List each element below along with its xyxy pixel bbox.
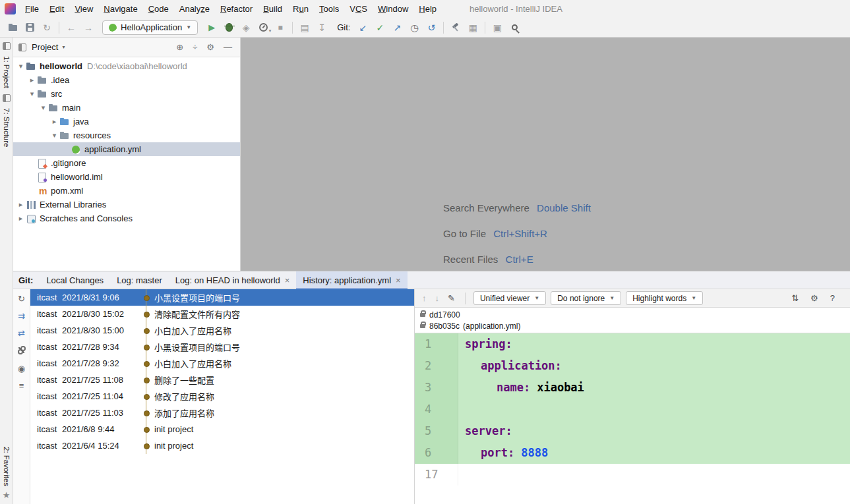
tree-node-label[interactable]: resources [73, 130, 111, 140]
project-settings-gear-icon[interactable]: ⚙ [204, 42, 217, 52]
tree-arrow-icon[interactable] [49, 117, 59, 126]
tree-node-label[interactable]: .gitignore [51, 158, 86, 168]
commit-row[interactable]: itcast 2021/8/31 9:06 小黑设置项目的端口号 [30, 289, 414, 306]
vcs-tab[interactable]: Log: master × [110, 271, 169, 289]
run-button[interactable]: ▶ [203, 20, 220, 36]
commit-row[interactable]: itcast 2021/7/28 9:32 小白加入了应用名称 [30, 355, 414, 372]
locate-file-icon[interactable]: ⊕ [173, 42, 186, 52]
tree-row[interactable]: java [13, 115, 240, 128]
search-everywhere-icon[interactable] [506, 20, 523, 36]
stop-button[interactable]: ■ [272, 20, 289, 36]
commit-row[interactable]: itcast 2021/8/30 15:02 清除配置文件所有内容 [30, 306, 414, 322]
structure-stripe-icon[interactable] [3, 94, 11, 102]
code-line[interactable]: 6 port:8888 [415, 442, 850, 464]
menu-item[interactable]: View [69, 0, 98, 18]
menu-item[interactable]: Navigate [98, 0, 142, 18]
diff-settings-gear-icon[interactable]: ⚙ [808, 293, 820, 303]
menu-item[interactable]: Run [288, 0, 314, 18]
vcs-tab[interactable]: Log: on HEAD in helloworld × [169, 271, 297, 289]
tree-node-label[interactable]: java [73, 117, 89, 126]
previous-difference-icon[interactable]: ↑ [420, 293, 429, 303]
refresh-icon[interactable]: ↻ [18, 294, 25, 303]
code-line[interactable]: 4 [415, 399, 850, 420]
tree-arrow-icon[interactable] [27, 76, 37, 84]
collapse-unchanged-icon[interactable]: ⇅ [789, 293, 801, 303]
rollback-icon[interactable]: ↺ [423, 20, 440, 36]
commit-row[interactable]: itcast 2021/6/8 9:44 init project [30, 421, 414, 437]
code-line[interactable]: 5 server: [415, 420, 850, 442]
tree-node-label[interactable]: application.yml [84, 144, 141, 154]
ignore-whitespace-select[interactable]: Do not ignore▼ [551, 291, 621, 305]
commit-icon[interactable]: ✓ [371, 20, 388, 36]
update-project-icon[interactable]: ↙ [354, 20, 371, 36]
tree-node-label[interactable]: pom.xml [51, 186, 83, 196]
menu-item[interactable]: Help [413, 0, 442, 18]
find-icon[interactable]: ▤ [296, 20, 313, 36]
tree-node-label[interactable]: helloworld.iml [51, 172, 103, 182]
stripe-structure-button[interactable]: 7: Structure [3, 108, 11, 147]
cherry-pick-icon[interactable]: ⇉ [18, 312, 25, 320]
menu-item[interactable]: Build [258, 0, 288, 18]
next-difference-icon[interactable]: ↓ [433, 293, 442, 303]
save-all-icon[interactable] [21, 20, 38, 36]
coverage-button[interactable]: ◈ [237, 20, 255, 36]
project-header-title[interactable]: Project [32, 42, 58, 52]
profiler-button[interactable]: ▾ [255, 20, 272, 36]
menu-item[interactable]: Window [373, 0, 413, 18]
commit-ref-row[interactable]: 86b035c (application.yml) [415, 320, 850, 331]
vcs-tab[interactable]: History: application.yml × [296, 271, 407, 289]
tab-close-icon[interactable]: × [285, 275, 290, 285]
back-icon[interactable]: ← [63, 20, 80, 36]
menu-item[interactable]: Edit [44, 0, 69, 18]
hide-panel-icon[interactable]: — [221, 42, 235, 52]
tree-arrow-icon[interactable] [49, 131, 59, 140]
compare-icon[interactable]: ⇄ [18, 329, 25, 337]
menu-item[interactable]: Analyze [174, 0, 215, 18]
history-clock-icon[interactable]: ◷ [406, 20, 423, 36]
menu-item[interactable]: File [20, 0, 44, 18]
help-icon[interactable]: ? [828, 293, 837, 303]
stripe-favorites-button[interactable]: 2: Favorites [3, 447, 11, 486]
push-icon[interactable]: ↗ [388, 20, 406, 36]
tree-row[interactable]: src [13, 87, 240, 101]
tree-arrow-icon[interactable] [38, 103, 48, 112]
tree-arrow-icon[interactable] [16, 200, 26, 209]
tree-row[interactable]: main [13, 101, 240, 115]
menu-item[interactable]: Code [143, 0, 174, 18]
chevron-down-icon[interactable]: ▾ [62, 45, 65, 50]
tree-arrow-icon[interactable] [16, 62, 26, 70]
tree-row[interactable]: .idea [13, 73, 240, 87]
branch-icon[interactable] [18, 346, 26, 356]
tree-node-label[interactable]: Scratches and Consoles [40, 213, 133, 223]
get-from-vcs-icon[interactable]: ↧ [313, 20, 330, 36]
tree-row[interactable]: pom.xml [13, 184, 240, 198]
preview-eye-icon[interactable]: ◉ [18, 364, 25, 373]
project-structure-icon[interactable]: ▦ [464, 20, 481, 36]
commit-row[interactable]: itcast 2021/7/25 11:08 删除了一些配置 [30, 372, 414, 388]
forward-icon[interactable]: → [80, 20, 97, 36]
tree-row[interactable]: resources [13, 128, 240, 142]
commit-row[interactable]: itcast 2021/7/25 11:03 添加了应用名称 [30, 405, 414, 421]
tree-row[interactable]: application.yml [13, 142, 240, 156]
edit-source-icon[interactable]: ✎ [446, 293, 457, 303]
viewer-select[interactable]: Unified viewer▼ [473, 291, 546, 305]
group-by-icon[interactable]: ≡ [19, 381, 24, 390]
commit-row[interactable]: itcast 2021/8/30 15:00 小白加入了应用名称 [30, 322, 414, 339]
menu-item[interactable]: Tools [314, 0, 344, 18]
code-line[interactable]: 3 name:xiaobai [415, 377, 850, 399]
code-line[interactable]: 1 spring: [415, 333, 850, 355]
commit-row[interactable]: itcast 2021/7/28 9:34 小黑设置项目的端口号 [30, 339, 414, 355]
project-stripe-icon[interactable] [3, 42, 11, 50]
commit-row[interactable]: itcast 2021/6/4 15:24 init project [30, 437, 414, 454]
tree-row[interactable]: helloworld D:\code\xiaobai\helloworld [13, 59, 240, 73]
tree-arrow-icon[interactable] [27, 90, 37, 98]
collapse-all-icon[interactable]: ÷ [190, 42, 200, 52]
code-line[interactable]: 2 application: [415, 355, 850, 377]
tree-row[interactable]: .gitignore [13, 156, 240, 170]
tab-close-icon[interactable]: × [396, 275, 401, 285]
tree-node-label[interactable]: main [62, 103, 80, 113]
menu-item[interactable]: VCS [344, 0, 373, 18]
tree-row[interactable]: helloworld.iml [13, 170, 240, 184]
favorites-star-icon[interactable]: ★ [3, 490, 11, 500]
run-configuration-select[interactable]: HelloApplication ▼ [102, 20, 198, 35]
